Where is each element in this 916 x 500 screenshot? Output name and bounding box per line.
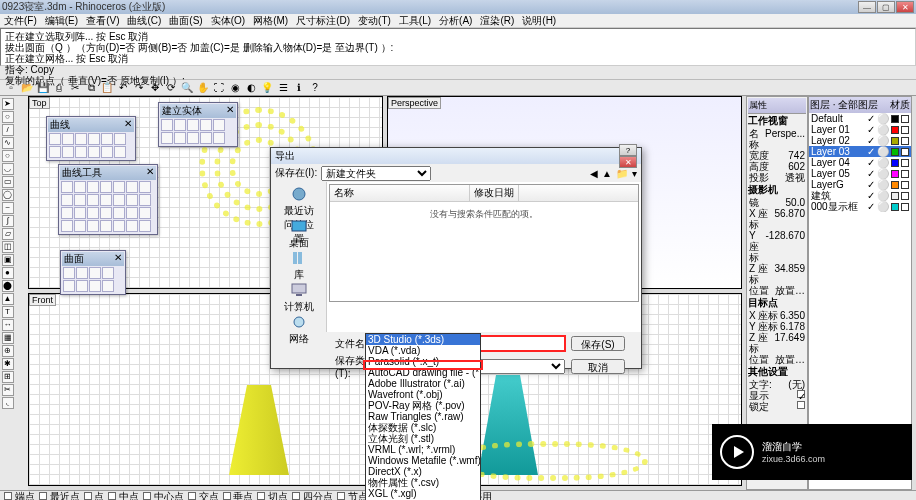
tool-icon[interactable] (126, 207, 138, 219)
tool-icon[interactable] (49, 133, 61, 145)
osnap-item[interactable]: 端点 (4, 490, 35, 501)
filetype-option[interactable]: DirectX (*.x) (366, 466, 480, 477)
tool-icon[interactable] (101, 133, 113, 145)
tool-icon[interactable] (102, 280, 114, 292)
tool-icon[interactable] (61, 207, 73, 219)
toolbar-solid[interactable]: 建立实体✕ (158, 102, 238, 147)
prop-value[interactable]: 50.0 (786, 197, 805, 208)
osnap-item[interactable]: 交点 (188, 490, 219, 501)
filetype-option[interactable]: 3D Studio (*.3ds) (366, 334, 480, 345)
copy-icon[interactable]: ⧉ (84, 81, 98, 95)
viewport-label[interactable]: Perspective (388, 97, 441, 109)
tool-icon[interactable] (161, 132, 173, 144)
tool-icon[interactable] (102, 267, 114, 279)
tool-icon[interactable] (61, 220, 73, 232)
redo-icon[interactable]: ↷ (132, 81, 146, 95)
place-button[interactable]: 放置… (775, 354, 805, 365)
pan-icon[interactable]: ✋ (196, 81, 210, 95)
tool-icon[interactable] (213, 132, 225, 144)
layer-row[interactable]: Layer 01✓⚪ (809, 124, 911, 135)
tool-icon[interactable] (63, 280, 75, 292)
tool-icon[interactable] (89, 280, 101, 292)
cancel-button[interactable]: 取消 (571, 359, 625, 374)
tool-icon[interactable] (62, 146, 74, 158)
tool-icon[interactable] (100, 194, 112, 206)
tool-icon[interactable] (187, 132, 199, 144)
tool-icon[interactable] (114, 133, 126, 145)
sphere-icon[interactable]: ● (2, 267, 14, 279)
toolbar-surface[interactable]: 曲面✕ (60, 250, 126, 295)
toolbar-curvetools[interactable]: 曲线工具✕ (58, 164, 158, 235)
menu-view[interactable]: 查看(V) (86, 14, 119, 28)
osnap-item[interactable]: 中点 (108, 490, 139, 501)
tool-icon[interactable] (100, 181, 112, 193)
tool-icon[interactable] (113, 207, 125, 219)
menu-file[interactable]: 文件(F) (4, 14, 37, 28)
filetype-dropdown[interactable]: 3D Studio (*.3ds)VDA (*.vda)Parasolid (*… (365, 333, 481, 500)
tool-icon[interactable] (113, 181, 125, 193)
save-icon[interactable]: 💾 (36, 81, 50, 95)
tool-icon[interactable] (74, 220, 86, 232)
cone-icon[interactable]: ▲ (2, 293, 14, 305)
line-icon[interactable]: / (2, 124, 14, 136)
prop-value[interactable]: 34.859 (774, 263, 805, 285)
pointer-icon[interactable]: ➤ (2, 98, 14, 110)
tool-icon[interactable] (76, 280, 88, 292)
filetype-option[interactable]: 物件属性 (*.csv) (366, 477, 480, 488)
file-list[interactable]: 名称修改日期 没有与搜索条件匹配的项。 (329, 184, 639, 302)
layer-row[interactable]: 000显示框✓⚪ (809, 201, 911, 212)
join-icon[interactable]: ⊞ (2, 371, 14, 383)
close-icon[interactable]: ✕ (114, 252, 122, 266)
menu-help[interactable]: 说明(H) (522, 14, 556, 28)
filetype-option[interactable]: 立体光刻 (*.stl) (366, 433, 480, 444)
tool-icon[interactable] (101, 146, 113, 158)
tool-icon[interactable] (87, 220, 99, 232)
spline-icon[interactable]: ∫ (2, 215, 14, 227)
props-icon[interactable]: ℹ (292, 81, 306, 95)
trim-icon[interactable]: ✂ (2, 384, 14, 396)
bool-icon[interactable]: ⊕ (2, 345, 14, 357)
tool-icon[interactable] (113, 220, 125, 232)
filetype-option[interactable]: VRML (*.wrl; *.vrml) (366, 444, 480, 455)
layer-row[interactable]: Layer 05✓⚪ (809, 168, 911, 179)
tool-icon[interactable] (49, 146, 61, 158)
menu-curve[interactable]: 曲线(C) (127, 14, 161, 28)
menu-render[interactable]: 渲染(R) (480, 14, 514, 28)
tool-icon[interactable] (100, 220, 112, 232)
osnap-item[interactable]: 中心点 (143, 490, 184, 501)
prop-value[interactable]: 56.870 (774, 208, 805, 230)
filetype-option[interactable]: VDA (*.vda) (366, 345, 480, 356)
newfolder-icon[interactable]: 📁 (616, 168, 628, 179)
tool-icon[interactable] (126, 220, 138, 232)
tool-icon[interactable] (114, 146, 126, 158)
tool-icon[interactable] (74, 181, 86, 193)
box-icon[interactable]: ▣ (2, 254, 14, 266)
menu-mesh[interactable]: 网格(M) (253, 14, 288, 28)
col-date[interactable]: 修改日期 (470, 185, 519, 201)
tool-icon[interactable] (88, 133, 100, 145)
prop-value[interactable]: 742 (788, 150, 805, 161)
osnap-item[interactable]: 四分点 (292, 490, 333, 501)
tool-icon[interactable] (87, 181, 99, 193)
menu-solid[interactable]: 实体(O) (211, 14, 245, 28)
tool-icon[interactable] (200, 119, 212, 131)
prop-value[interactable]: (无) (788, 379, 805, 390)
rect-icon[interactable]: ▭ (2, 176, 14, 188)
command-area[interactable]: 正在建立选取列阵... 按 Esc 取消 拔出圆面（Q ）（方向(D)=否 两侧… (0, 28, 916, 66)
layer-row[interactable]: Layer 03✓⚪ (809, 146, 911, 157)
tool-icon[interactable] (161, 119, 173, 131)
filetype-option[interactable]: 体探数据 (*.slc) (366, 422, 480, 433)
menu-transform[interactable]: 变动(T) (358, 14, 391, 28)
tool-icon[interactable] (76, 267, 88, 279)
lasso-icon[interactable]: ○ (2, 111, 14, 123)
open-icon[interactable]: 📂 (20, 81, 34, 95)
tool-icon[interactable] (113, 194, 125, 206)
layer-row[interactable]: Layer 04✓⚪ (809, 157, 911, 168)
tool-icon[interactable] (213, 119, 225, 131)
viewport-label[interactable]: Top (29, 97, 50, 109)
tool-icon[interactable] (139, 220, 151, 232)
menu-surface[interactable]: 曲面(S) (169, 14, 202, 28)
tool-icon[interactable] (88, 146, 100, 158)
prop-value[interactable]: 6.350 (780, 310, 805, 321)
dim-icon[interactable]: ↔ (2, 319, 14, 331)
